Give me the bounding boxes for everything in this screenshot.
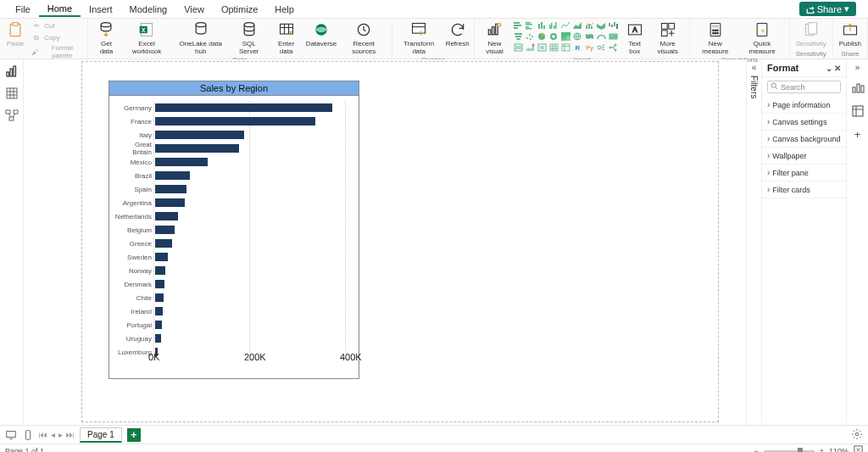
desktop-layout-icon[interactable] — [5, 429, 17, 441]
data-view-icon[interactable] — [5, 86, 19, 100]
tab-modeling[interactable]: Modeling — [121, 2, 176, 16]
more-visuals-button[interactable]: More visuals — [649, 20, 686, 56]
vis-treemap-icon[interactable] — [560, 31, 571, 42]
first-page-icon[interactable]: ⏮ — [39, 430, 47, 439]
vis-table-icon[interactable] — [548, 42, 559, 53]
vis-multirow-icon[interactable] — [513, 42, 524, 53]
bar[interactable] — [155, 103, 332, 112]
copy-button[interactable]: ⧉Copy — [29, 31, 84, 43]
format-canvas-settings[interactable]: Canvas settings — [762, 114, 846, 131]
vis-card-icon[interactable]: 123 — [608, 31, 619, 42]
vis-gauge-icon[interactable] — [596, 31, 607, 42]
bar[interactable] — [155, 226, 175, 234]
bar[interactable] — [155, 144, 239, 153]
share-button[interactable]: Share ▾ — [799, 2, 856, 16]
bar[interactable] — [155, 321, 162, 329]
vis-decomp-icon[interactable] — [608, 42, 619, 53]
get-data-button[interactable]: Get data — [92, 20, 120, 56]
report-canvas[interactable]: Sales by Region GermanyFranceItalyGreat … — [24, 59, 746, 425]
tab-optimize[interactable]: Optimize — [213, 2, 266, 16]
new-visual-button[interactable]: New visual — [478, 20, 510, 56]
bar[interactable] — [155, 117, 315, 126]
cut-button[interactable]: ✂Cut — [29, 20, 84, 31]
publish-button[interactable]: Publish — [837, 20, 864, 48]
bar[interactable] — [155, 212, 178, 220]
sql-button[interactable]: SQL Server — [231, 20, 268, 56]
add-page-button[interactable]: + — [127, 428, 141, 442]
visual-gallery[interactable]: 123 R Py — [512, 20, 620, 53]
vis-clustered-column-icon[interactable] — [548, 20, 559, 31]
format-search-input[interactable]: Search — [767, 81, 841, 93]
add-icon[interactable]: + — [854, 128, 861, 141]
vis-pie-icon[interactable] — [537, 31, 548, 42]
vis-combo-icon[interactable] — [584, 20, 595, 31]
zoom-out-icon[interactable]: − — [754, 447, 758, 453]
quick-measure-button[interactable]: Quick measure — [738, 20, 785, 56]
bar[interactable] — [155, 171, 190, 180]
model-view-icon[interactable] — [5, 109, 19, 122]
bar[interactable] — [155, 266, 165, 275]
vis-keyinfluencers-icon[interactable] — [596, 42, 607, 53]
collapse-right-icon[interactable]: » — [855, 63, 860, 72]
zoom-in-icon[interactable]: + — [820, 447, 824, 453]
collapse-format-icon[interactable]: ⌄ — [826, 64, 832, 73]
page-settings-icon[interactable] — [851, 428, 863, 442]
vis-py-icon[interactable]: Py — [584, 42, 595, 53]
vis-line-icon[interactable] — [560, 20, 571, 31]
filters-pane-collapsed[interactable]: « Filters — [746, 59, 761, 425]
next-page-icon[interactable]: ▸ — [58, 430, 63, 439]
bar[interactable] — [155, 253, 168, 261]
paste-button[interactable]: Paste — [3, 20, 27, 48]
fields-icon[interactable] — [851, 104, 865, 120]
sensitivity-button[interactable]: Sensitivity — [793, 20, 829, 48]
tab-home[interactable]: Home — [39, 1, 81, 17]
vis-map-icon[interactable] — [572, 31, 583, 42]
tab-view[interactable]: View — [175, 2, 213, 16]
bar[interactable] — [155, 239, 172, 248]
format-filter-pane[interactable]: Filter pane — [762, 165, 846, 181]
transform-data-button[interactable]: Transform data — [396, 20, 442, 56]
bar[interactable] — [155, 293, 164, 302]
text-box-button[interactable]: AText box — [621, 20, 648, 56]
last-page-icon[interactable]: ⏭ — [66, 430, 75, 439]
report-view-icon[interactable] — [5, 64, 19, 78]
page-tab-1[interactable]: Page 1 — [80, 427, 122, 443]
recent-sources-button[interactable]: Recent sources — [340, 20, 388, 56]
bar[interactable] — [155, 198, 185, 207]
vis-funnel-icon[interactable] — [513, 31, 524, 42]
enter-data-button[interactable]: Enter data — [270, 20, 303, 56]
sales-by-region-visual[interactable]: Sales by Region GermanyFranceItalyGreat … — [108, 81, 359, 379]
vis-filled-map-icon[interactable] — [584, 31, 595, 42]
tab-file[interactable]: File — [7, 2, 39, 16]
tab-insert[interactable]: Insert — [81, 2, 121, 16]
format-canvas-background[interactable]: Canvas background — [762, 131, 846, 148]
visualizations-icon[interactable] — [851, 81, 865, 96]
bar[interactable] — [155, 334, 161, 343]
vis-ribbon-icon[interactable] — [596, 20, 607, 31]
bar[interactable] — [155, 185, 186, 193]
vis-area-icon[interactable] — [572, 20, 583, 31]
vis-stacked-bar-icon[interactable] — [513, 20, 524, 31]
bar[interactable] — [155, 280, 164, 288]
vis-donut-icon[interactable] — [548, 31, 559, 42]
vis-r-icon[interactable]: R — [572, 42, 583, 53]
vis-clustered-bar-icon[interactable] — [525, 20, 536, 31]
zoom-slider[interactable] — [764, 450, 815, 452]
bar[interactable] — [155, 307, 163, 315]
vis-waterfall-icon[interactable] — [608, 20, 619, 31]
vis-scatter-icon[interactable] — [525, 31, 536, 42]
onelake-button[interactable]: OneLake data hub — [173, 20, 229, 56]
prev-page-icon[interactable]: ◂ — [51, 430, 55, 439]
vis-kpi-icon[interactable] — [525, 42, 536, 53]
dataverse-button[interactable]: Dataverse — [304, 20, 337, 48]
vis-slicer-icon[interactable] — [537, 42, 548, 53]
tab-help[interactable]: Help — [266, 2, 303, 16]
format-wallpaper[interactable]: Wallpaper — [762, 148, 846, 165]
format-painter-button[interactable]: 🖌Format painter — [29, 43, 84, 60]
fit-to-page-icon[interactable] — [854, 445, 863, 452]
vis-stacked-column-icon[interactable] — [537, 20, 548, 31]
refresh-button[interactable]: Refresh — [444, 20, 471, 48]
bar[interactable] — [155, 131, 244, 139]
mobile-layout-icon[interactable] — [22, 429, 34, 441]
new-measure-button[interactable]: New measure — [693, 20, 737, 56]
